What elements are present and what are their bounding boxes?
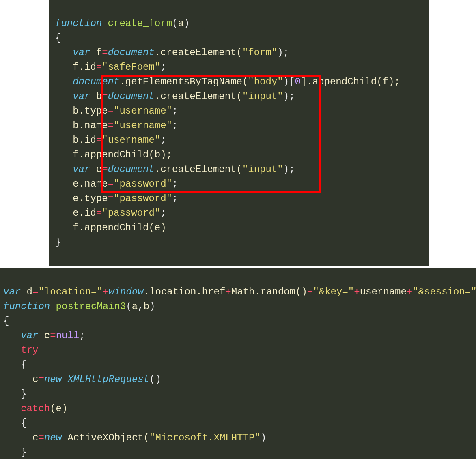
keyword-function: function — [55, 18, 102, 29]
function-name: create_form — [102, 18, 172, 29]
code-block-top: function create_form(a) { var f=document… — [49, 0, 429, 266]
code-block-bottom: var d="location="+window.location.href+M… — [0, 268, 476, 459]
function-name: postrecMain3 — [50, 301, 126, 312]
